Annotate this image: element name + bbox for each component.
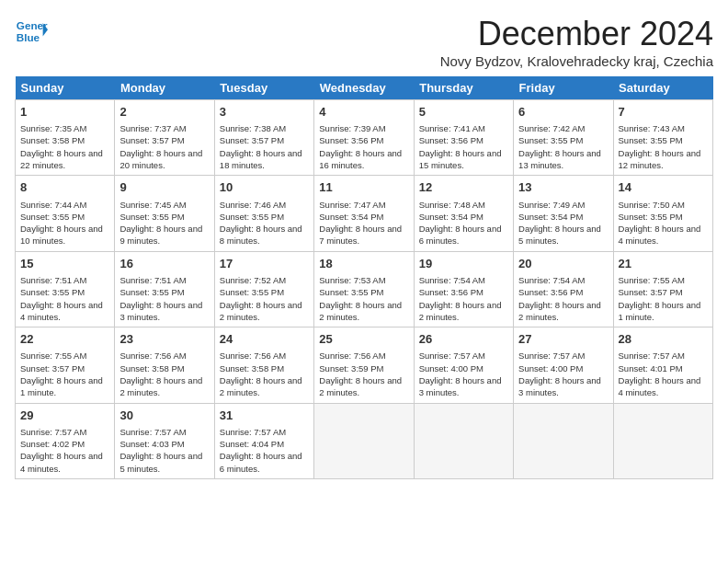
day-info: Sunrise: 7:57 AM Sunset: 4:01 PM Dayligh…	[619, 350, 708, 398]
title-block: December 2024 Novy Bydzov, Kralovehradec…	[440, 15, 713, 69]
calendar-day-cell: 22 Sunrise: 7:55 AM Sunset: 3:57 PM Dayl…	[16, 327, 115, 403]
day-info: Sunrise: 7:51 AM Sunset: 3:55 PM Dayligh…	[119, 274, 209, 323]
header-thursday: Thursday	[414, 76, 513, 100]
day-number: 27	[518, 331, 608, 348]
calendar-day-cell: 6 Sunrise: 7:42 AM Sunset: 3:55 PM Dayli…	[514, 100, 613, 176]
calendar-day-cell: 30 Sunrise: 7:57 AM Sunset: 4:03 PM Dayl…	[115, 403, 214, 478]
day-info: Sunrise: 7:46 AM Sunset: 3:55 PM Dayligh…	[220, 199, 309, 247]
header-wednesday: Wednesday	[314, 76, 414, 100]
day-info: Sunrise: 7:55 AM Sunset: 3:57 PM Dayligh…	[619, 274, 708, 323]
header-sunday: Sunday	[16, 76, 115, 100]
calendar-day-cell: 1 Sunrise: 7:35 AM Sunset: 3:58 PM Dayli…	[16, 100, 115, 176]
day-number: 28	[619, 331, 708, 348]
calendar-day-cell: 18 Sunrise: 7:53 AM Sunset: 3:55 PM Dayl…	[314, 251, 414, 327]
calendar-week-row: 29 Sunrise: 7:57 AM Sunset: 4:02 PM Dayl…	[16, 403, 713, 478]
svg-text:Blue: Blue	[17, 31, 40, 43]
day-info: Sunrise: 7:57 AM Sunset: 4:00 PM Dayligh…	[518, 350, 608, 398]
logo: General Blue	[15, 15, 48, 48]
day-info: Sunrise: 7:42 AM Sunset: 3:55 PM Dayligh…	[518, 122, 608, 171]
day-info: Sunrise: 7:54 AM Sunset: 3:56 PM Dayligh…	[419, 274, 508, 323]
day-number: 6	[518, 104, 608, 121]
day-info: Sunrise: 7:53 AM Sunset: 3:55 PM Dayligh…	[319, 274, 408, 323]
header-saturday: Saturday	[613, 76, 712, 100]
day-number: 12	[419, 179, 508, 196]
day-info: Sunrise: 7:41 AM Sunset: 3:56 PM Dayligh…	[419, 122, 508, 171]
calendar-day-cell: 8 Sunrise: 7:44 AM Sunset: 3:55 PM Dayli…	[16, 176, 115, 251]
day-number: 17	[220, 256, 309, 272]
calendar-day-cell: 9 Sunrise: 7:45 AM Sunset: 3:55 PM Dayli…	[115, 176, 214, 251]
day-info: Sunrise: 7:52 AM Sunset: 3:55 PM Dayligh…	[220, 274, 309, 323]
day-number: 21	[619, 256, 708, 272]
day-number: 11	[319, 179, 408, 196]
calendar-week-row: 22 Sunrise: 7:55 AM Sunset: 3:57 PM Dayl…	[16, 327, 713, 403]
day-info: Sunrise: 7:39 AM Sunset: 3:56 PM Dayligh…	[319, 122, 408, 171]
day-number: 3	[220, 104, 309, 121]
day-info: Sunrise: 7:54 AM Sunset: 3:56 PM Dayligh…	[518, 274, 608, 323]
calendar-day-cell: 27 Sunrise: 7:57 AM Sunset: 4:00 PM Dayl…	[514, 327, 613, 403]
day-number: 22	[20, 331, 109, 348]
day-info: Sunrise: 7:45 AM Sunset: 3:55 PM Dayligh…	[119, 199, 209, 247]
day-info: Sunrise: 7:49 AM Sunset: 3:54 PM Dayligh…	[518, 199, 608, 247]
day-info: Sunrise: 7:43 AM Sunset: 3:55 PM Dayligh…	[619, 122, 708, 171]
calendar-day-cell: 23 Sunrise: 7:56 AM Sunset: 3:58 PM Dayl…	[115, 327, 214, 403]
calendar-day-cell: 26 Sunrise: 7:57 AM Sunset: 4:00 PM Dayl…	[414, 327, 513, 403]
page-header: General Blue December 2024 Novy Bydzov, …	[15, 15, 713, 69]
calendar-day-cell: 15 Sunrise: 7:51 AM Sunset: 3:55 PM Dayl…	[16, 251, 115, 327]
calendar-day-cell: 21 Sunrise: 7:55 AM Sunset: 3:57 PM Dayl…	[613, 251, 712, 327]
calendar-day-cell: 12 Sunrise: 7:48 AM Sunset: 3:54 PM Dayl…	[414, 176, 513, 251]
calendar-body: 1 Sunrise: 7:35 AM Sunset: 3:58 PM Dayli…	[16, 100, 713, 479]
day-number: 18	[319, 256, 408, 272]
day-info: Sunrise: 7:44 AM Sunset: 3:55 PM Dayligh…	[20, 199, 109, 247]
calendar-day-cell: 25 Sunrise: 7:56 AM Sunset: 3:59 PM Dayl…	[314, 327, 414, 403]
day-number: 13	[518, 179, 608, 196]
calendar-week-row: 15 Sunrise: 7:51 AM Sunset: 3:55 PM Dayl…	[16, 251, 713, 327]
logo-icon: General Blue	[15, 15, 48, 48]
day-info: Sunrise: 7:56 AM Sunset: 3:58 PM Dayligh…	[220, 350, 309, 398]
calendar-day-cell	[314, 403, 414, 478]
calendar-title: December 2024	[440, 15, 713, 53]
calendar-day-cell	[514, 403, 613, 478]
day-number: 5	[419, 104, 508, 121]
calendar-day-cell: 29 Sunrise: 7:57 AM Sunset: 4:02 PM Dayl…	[16, 403, 115, 478]
day-info: Sunrise: 7:37 AM Sunset: 3:57 PM Dayligh…	[119, 122, 209, 171]
calendar-day-cell	[414, 403, 513, 478]
calendar-day-cell: 7 Sunrise: 7:43 AM Sunset: 3:55 PM Dayli…	[613, 100, 712, 176]
day-info: Sunrise: 7:35 AM Sunset: 3:58 PM Dayligh…	[20, 122, 109, 171]
calendar-day-cell: 5 Sunrise: 7:41 AM Sunset: 3:56 PM Dayli…	[414, 100, 513, 176]
calendar-week-row: 8 Sunrise: 7:44 AM Sunset: 3:55 PM Dayli…	[16, 176, 713, 251]
calendar-week-row: 1 Sunrise: 7:35 AM Sunset: 3:58 PM Dayli…	[16, 100, 713, 176]
header-tuesday: Tuesday	[214, 76, 313, 100]
day-number: 24	[220, 331, 309, 348]
calendar-table: Sunday Monday Tuesday Wednesday Thursday…	[15, 76, 713, 479]
calendar-day-cell: 28 Sunrise: 7:57 AM Sunset: 4:01 PM Dayl…	[613, 327, 712, 403]
calendar-day-cell: 2 Sunrise: 7:37 AM Sunset: 3:57 PM Dayli…	[115, 100, 214, 176]
calendar-day-cell: 4 Sunrise: 7:39 AM Sunset: 3:56 PM Dayli…	[314, 100, 414, 176]
weekday-header-row: Sunday Monday Tuesday Wednesday Thursday…	[16, 76, 713, 100]
day-info: Sunrise: 7:57 AM Sunset: 4:04 PM Dayligh…	[220, 426, 309, 475]
calendar-day-cell: 13 Sunrise: 7:49 AM Sunset: 3:54 PM Dayl…	[514, 176, 613, 251]
day-info: Sunrise: 7:38 AM Sunset: 3:57 PM Dayligh…	[220, 122, 309, 171]
calendar-day-cell: 3 Sunrise: 7:38 AM Sunset: 3:57 PM Dayli…	[214, 100, 313, 176]
day-number: 29	[20, 408, 109, 424]
calendar-subtitle: Novy Bydzov, Kralovehradecky kraj, Czech…	[440, 53, 713, 69]
day-info: Sunrise: 7:57 AM Sunset: 4:02 PM Dayligh…	[20, 426, 109, 475]
day-info: Sunrise: 7:51 AM Sunset: 3:55 PM Dayligh…	[20, 274, 109, 323]
day-number: 25	[319, 331, 408, 348]
day-info: Sunrise: 7:55 AM Sunset: 3:57 PM Dayligh…	[20, 350, 109, 398]
calendar-day-cell: 17 Sunrise: 7:52 AM Sunset: 3:55 PM Dayl…	[214, 251, 313, 327]
day-info: Sunrise: 7:56 AM Sunset: 3:59 PM Dayligh…	[319, 350, 408, 398]
day-number: 1	[20, 104, 109, 121]
calendar-day-cell: 10 Sunrise: 7:46 AM Sunset: 3:55 PM Dayl…	[214, 176, 313, 251]
day-info: Sunrise: 7:57 AM Sunset: 4:00 PM Dayligh…	[419, 350, 508, 398]
day-number: 4	[319, 104, 408, 121]
day-info: Sunrise: 7:56 AM Sunset: 3:58 PM Dayligh…	[119, 350, 209, 398]
calendar-day-cell: 14 Sunrise: 7:50 AM Sunset: 3:55 PM Dayl…	[613, 176, 712, 251]
day-info: Sunrise: 7:48 AM Sunset: 3:54 PM Dayligh…	[419, 199, 508, 247]
day-info: Sunrise: 7:47 AM Sunset: 3:54 PM Dayligh…	[319, 199, 408, 247]
day-number: 26	[419, 331, 508, 348]
day-number: 20	[518, 256, 608, 272]
day-number: 15	[20, 256, 109, 272]
calendar-day-cell: 11 Sunrise: 7:47 AM Sunset: 3:54 PM Dayl…	[314, 176, 414, 251]
day-number: 10	[220, 179, 309, 196]
day-number: 14	[619, 179, 708, 196]
